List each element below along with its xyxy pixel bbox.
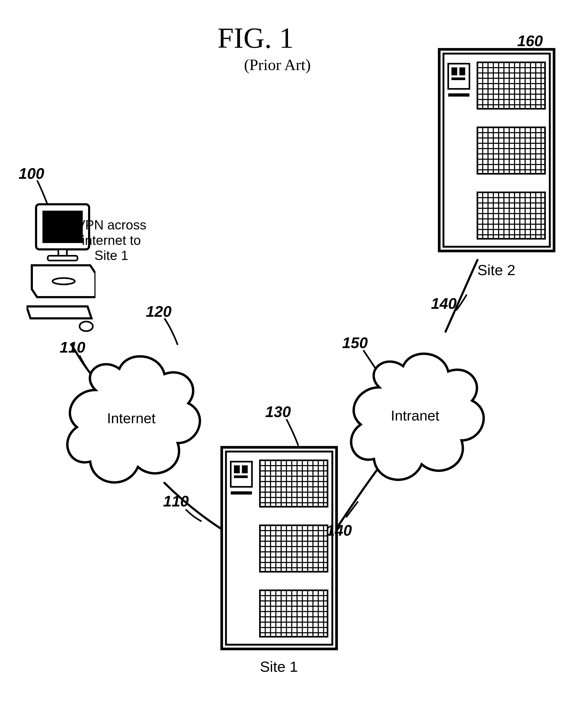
- vpn-caption-line: internet to: [69, 233, 154, 248]
- svg-rect-10: [242, 465, 248, 473]
- svg-point-4: [53, 278, 75, 285]
- vpn-caption: VPN across internet to Site 1: [69, 218, 154, 263]
- vpn-caption-line: Site 1: [69, 248, 154, 263]
- ref-120: 120: [146, 302, 172, 320]
- svg-rect-81: [451, 77, 465, 80]
- svg-point-5: [79, 322, 93, 331]
- svg-rect-79: [451, 67, 457, 75]
- ref-110a: 110: [60, 338, 86, 356]
- ref-100: 100: [19, 164, 44, 182]
- intranet-cloud: Intranet: [345, 342, 485, 491]
- svg-rect-2: [58, 250, 67, 256]
- vpn-caption-line: VPN across: [69, 218, 154, 233]
- server-site2-icon: [438, 48, 555, 255]
- ref-130: 130: [265, 403, 291, 421]
- svg-rect-12: [231, 491, 252, 495]
- svg-rect-9: [234, 465, 240, 473]
- ref-140b: 140: [431, 295, 457, 312]
- svg-rect-82: [448, 93, 469, 97]
- internet-cloud: Internet: [61, 345, 202, 493]
- svg-rect-80: [460, 67, 465, 75]
- server-site1-icon: [220, 446, 338, 653]
- internet-cloud-label: Internet: [61, 410, 202, 426]
- ref-140a: 140: [326, 521, 352, 539]
- site2-label: Site 2: [477, 261, 515, 278]
- ref-160: 160: [517, 32, 543, 49]
- figure-subtitle: (Prior Art): [244, 56, 311, 74]
- svg-rect-11: [234, 475, 248, 478]
- figure-title: FIG. 1: [217, 21, 294, 55]
- ref-110b: 110: [163, 492, 189, 510]
- site1-label: Site 1: [260, 658, 298, 675]
- intranet-cloud-label: Intranet: [345, 407, 485, 424]
- ref-150: 150: [342, 334, 368, 352]
